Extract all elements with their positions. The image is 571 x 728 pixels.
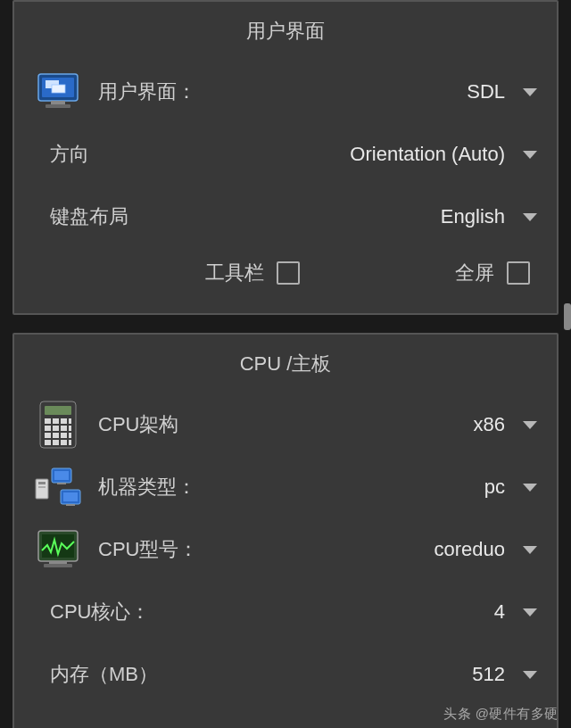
user-interface-label: 用户界面：	[98, 79, 196, 105]
cpu-section: CPU /主板 CPU架构 x86	[12, 333, 559, 728]
cpu-model-row[interactable]: CPU型号： coreduo	[34, 518, 537, 581]
chevron-down-icon	[523, 88, 537, 96]
svg-rect-29	[57, 483, 66, 484]
watermark: 头条 @硬件有多硬	[443, 706, 559, 723]
user-interface-row[interactable]: 用户界面： SDL	[34, 61, 537, 123]
svg-rect-19	[69, 433, 71, 438]
chevron-down-icon	[523, 546, 537, 554]
svg-rect-11	[69, 418, 71, 424]
toolbar-checkbox[interactable]	[277, 261, 300, 285]
cpu-arch-row[interactable]: CPU架构 x86	[34, 393, 537, 456]
svg-rect-25	[38, 482, 46, 484]
machine-type-label: 机器类型：	[98, 474, 196, 500]
fullscreen-checkbox[interactable]	[507, 261, 530, 285]
machine-type-value: pc	[484, 476, 505, 499]
cpu-cores-value: 4	[494, 600, 505, 624]
machine-type-row[interactable]: 机器类型： pc	[34, 456, 537, 518]
svg-rect-4	[51, 101, 65, 104]
memory-row[interactable]: 内存（MB） 512	[50, 643, 537, 706]
svg-rect-12	[45, 426, 51, 431]
svg-rect-8	[45, 418, 51, 424]
keyboard-layout-row[interactable]: 键盘布局 English	[50, 186, 537, 248]
svg-rect-18	[61, 433, 67, 438]
svg-rect-22	[61, 440, 67, 445]
ui-section-title: 用户界面	[34, 18, 537, 45]
user-interface-value: SDL	[467, 80, 505, 103]
cpu-arch-value: x86	[474, 413, 505, 436]
cpu-section-title: CPU /主板	[34, 351, 537, 377]
svg-rect-14	[61, 426, 67, 431]
orientation-row[interactable]: 方向 Orientation (Auto)	[50, 123, 537, 186]
svg-rect-26	[38, 486, 46, 488]
system-monitor-icon	[34, 525, 82, 574]
svg-rect-16	[45, 433, 51, 438]
cpu-model-label: CPU型号：	[98, 536, 198, 563]
ui-section: 用户界面 用户界面： SDL 方向 Orientation (Auto) 键盘布…	[12, 0, 559, 315]
svg-rect-31	[63, 492, 78, 501]
svg-rect-3	[52, 85, 65, 93]
chevron-down-icon	[523, 484, 537, 492]
toolbar-checkbox-label: 工具栏	[205, 260, 264, 286]
svg-rect-13	[53, 426, 59, 431]
svg-rect-9	[53, 418, 59, 424]
svg-rect-28	[54, 471, 69, 480]
chevron-down-icon	[523, 421, 537, 429]
keyboard-layout-value: English	[441, 205, 505, 228]
fullscreen-checkbox-label: 全屏	[455, 260, 494, 286]
svg-rect-7	[45, 406, 71, 415]
chevron-down-icon	[523, 213, 537, 221]
cpu-cores-row[interactable]: CPU核心： 4	[50, 581, 537, 643]
ui-checkboxes-row: 工具栏 全屏	[34, 248, 537, 297]
chevron-down-icon	[523, 608, 537, 616]
orientation-label: 方向	[50, 141, 89, 168]
svg-rect-23	[69, 440, 71, 445]
memory-value: 512	[472, 663, 505, 686]
svg-rect-32	[66, 504, 75, 506]
toolbar-checkbox-group[interactable]: 工具栏	[205, 260, 300, 286]
calculator-icon	[34, 401, 82, 449]
svg-rect-35	[49, 561, 67, 564]
cpu-model-value: coreduo	[434, 538, 505, 561]
chevron-down-icon	[523, 151, 537, 159]
svg-rect-10	[61, 418, 67, 424]
svg-rect-21	[53, 440, 59, 445]
monitor-icon	[34, 68, 82, 116]
cpu-arch-label: CPU架构	[98, 411, 178, 438]
memory-label: 内存（MB）	[50, 661, 158, 688]
fullscreen-checkbox-group[interactable]: 全屏	[455, 260, 530, 286]
svg-rect-15	[69, 426, 71, 431]
cpu-cores-label: CPU核心：	[50, 599, 150, 625]
orientation-value: Orientation (Auto)	[350, 143, 505, 166]
svg-rect-17	[53, 433, 59, 438]
svg-rect-20	[45, 440, 51, 445]
chevron-down-icon	[523, 671, 537, 679]
svg-rect-36	[44, 564, 72, 567]
keyboard-layout-label: 键盘布局	[50, 203, 128, 230]
scroll-indicator[interactable]	[564, 303, 571, 330]
computer-network-icon	[34, 463, 82, 511]
svg-rect-5	[46, 104, 70, 108]
